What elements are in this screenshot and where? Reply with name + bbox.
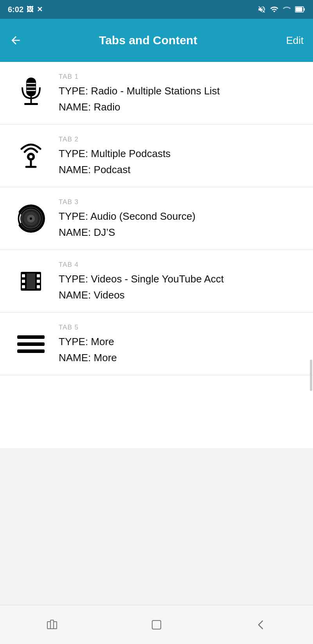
tab-3-label: TAB 3 (59, 198, 304, 206)
status-bar-right (257, 5, 305, 14)
tab-1-type: TYPE: Radio - Multiple Stations List (59, 85, 304, 98)
tab-1-name: NAME: Radio (59, 101, 304, 113)
edit-button[interactable]: Edit (286, 34, 304, 47)
recent-apps-button[interactable] (40, 613, 64, 637)
tab-4-info: TAB 4 TYPE: Videos - Single YouTube Acct… (52, 261, 304, 301)
svg-rect-6 (24, 103, 38, 105)
tab-2-name: NAME: Podcast (59, 164, 304, 176)
tab-3-name: NAME: DJ’S (59, 226, 304, 239)
tab-item-2[interactable]: TAB 2 TYPE: Multiple Podcasts NAME: Podc… (0, 125, 313, 187)
tab-item-1[interactable]: TAB 1 TYPE: Radio - Multiple Stations Li… (0, 62, 313, 125)
tabs-content-list: TAB 1 TYPE: Radio - Multiple Stations Li… (0, 62, 313, 448)
tab-1-info: TAB 1 TYPE: Radio - Multiple Stations Li… (52, 73, 304, 113)
tab-2-icon (9, 140, 52, 172)
svg-rect-34 (50, 620, 54, 629)
tab-4-icon (9, 266, 52, 297)
page-title: Tabs and Content (10, 34, 286, 47)
tab-2-info: TAB 2 TYPE: Multiple Podcasts NAME: Podc… (52, 136, 304, 176)
tab-3-info: TAB 3 TYPE: Audio (Second Source) NAME: … (52, 198, 304, 239)
close-x-icon: ✕ (37, 5, 43, 14)
wifi-icon (270, 5, 279, 14)
svg-rect-28 (37, 285, 40, 288)
tab-5-icon (9, 332, 52, 356)
mute-icon (257, 5, 266, 14)
svg-point-12 (29, 155, 32, 158)
tab-item-3[interactable]: TAB 3 TYPE: Audio (Second Source) NAME: … (0, 187, 313, 250)
nav-bar (0, 605, 313, 644)
svg-rect-32 (17, 349, 45, 353)
tab-item-5[interactable]: TAB 5 TYPE: More NAME: More (0, 313, 313, 375)
status-bar-left: 6:02 🖼 ✕ (8, 5, 43, 14)
svg-rect-31 (17, 342, 45, 346)
svg-rect-33 (47, 622, 50, 629)
tab-item-4[interactable]: TAB 4 TYPE: Videos - Single YouTube Acct… (0, 250, 313, 313)
scrollbar[interactable] (310, 125, 313, 477)
empty-space (0, 448, 313, 605)
tab-2-label: TAB 2 (59, 136, 304, 143)
battery-icon (295, 6, 305, 13)
svg-rect-35 (54, 622, 57, 629)
home-button[interactable] (145, 613, 168, 637)
svg-rect-36 (152, 620, 161, 629)
tab-5-info: TAB 5 TYPE: More NAME: More (52, 324, 304, 364)
tab-3-type: TYPE: Audio (Second Source) (59, 210, 304, 223)
tab-5-type: TYPE: More (59, 335, 304, 349)
tab-3-icon (9, 203, 52, 234)
tab-4-label: TAB 4 (59, 261, 304, 269)
svg-rect-27 (37, 280, 40, 283)
status-time: 6:02 (8, 5, 23, 14)
scrollbar-thumb[interactable] (310, 360, 312, 391)
image-icon: 🖼 (27, 5, 34, 14)
svg-point-21 (30, 217, 32, 220)
signal-icon (282, 5, 291, 14)
tab-5-name: NAME: More (59, 352, 304, 364)
svg-rect-23 (22, 274, 25, 277)
svg-rect-25 (22, 285, 25, 288)
svg-rect-26 (37, 274, 40, 277)
tab-1-label: TAB 1 (59, 73, 304, 81)
svg-rect-29 (27, 273, 35, 289)
status-bar: 6:02 🖼 ✕ (0, 0, 313, 19)
tab-2-type: TYPE: Multiple Podcasts (59, 147, 304, 161)
svg-rect-2 (304, 8, 305, 11)
tab-5-label: TAB 5 (59, 324, 304, 331)
svg-rect-3 (296, 7, 302, 12)
tab-1-icon (9, 76, 52, 111)
tab-4-type: TYPE: Videos - Single YouTube Acct (59, 273, 304, 286)
back-nav-button[interactable] (249, 613, 273, 637)
svg-rect-24 (22, 280, 25, 283)
page-header: Tabs and Content Edit (0, 19, 313, 62)
tab-4-name: NAME: Videos (59, 289, 304, 301)
svg-rect-30 (17, 335, 45, 339)
